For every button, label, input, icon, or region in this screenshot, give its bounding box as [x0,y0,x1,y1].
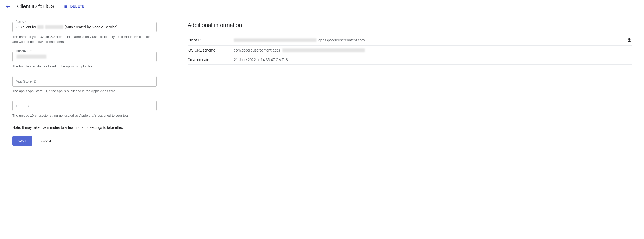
bundle-field-group: Bundle ID * The bundle identifier as lis… [12,52,157,69]
creation-date-value: 21 June 2022 at 14:35:47 GMT+8 [234,58,632,62]
info-column: Additional information Client ID .apps.g… [188,22,632,65]
redacted-text [37,25,44,29]
bundle-input[interactable] [12,52,157,62]
team-field-group: The unique 10-character string generated… [12,101,157,118]
download-icon[interactable] [626,38,632,43]
save-button[interactable]: SAVE [12,136,32,146]
url-scheme-row: iOS URL scheme com.googleusercontent.app… [188,45,632,55]
info-section-title: Additional information [188,22,632,29]
delete-label: DELETE [70,4,84,8]
appstore-field-group: The app's App Store ID, if the app is pu… [12,76,157,94]
name-help-text: The name of your OAuth 2.0 client. This … [12,34,157,44]
client-id-value: .apps.googleusercontent.com [234,38,632,43]
bundle-label: Bundle ID * [15,49,33,53]
client-id-row: Client ID .apps.googleusercontent.com [188,35,632,45]
appstore-input[interactable] [12,76,157,87]
page-header: Client ID for iOS DELETE [0,0,644,14]
client-id-label: Client ID [188,38,234,42]
cancel-button[interactable]: CANCEL [38,136,57,146]
redacted-text [45,25,63,29]
back-arrow-icon[interactable] [5,3,11,10]
name-suffix: (auto created by Google Service) [65,25,117,29]
creation-date-label: Creation date [188,58,234,62]
form-column: Name * iOS client for (auto created by G… [12,22,157,146]
delete-button[interactable]: DELETE [61,3,87,10]
info-table: Client ID .apps.googleusercontent.com iO… [188,35,632,65]
name-label: Name * [15,20,27,23]
redacted-text [17,55,46,59]
name-input[interactable]: iOS client for (auto created by Google S… [12,22,157,32]
name-field-group: Name * iOS client for (auto created by G… [12,22,157,44]
url-scheme-label: iOS URL scheme [188,48,234,52]
name-prefix: iOS client for [16,25,36,29]
redacted-text [234,38,316,42]
redacted-text [282,48,365,52]
creation-date-row: Creation date 21 June 2022 at 14:35:47 G… [188,55,632,65]
trash-icon [63,4,68,9]
page-title: Client ID for iOS [17,4,54,10]
button-row: SAVE CANCEL [12,136,157,146]
url-scheme-value: com.googleusercontent.apps. [234,48,632,52]
team-help-text: The unique 10-character string generated… [12,113,157,118]
team-input[interactable] [12,101,157,111]
note-text: Note: It may take five minutes to a few … [12,125,157,130]
bundle-help-text: The bundle identifier as listed in the a… [12,64,157,69]
appstore-help-text: The app's App Store ID, if the app is pu… [12,89,157,94]
